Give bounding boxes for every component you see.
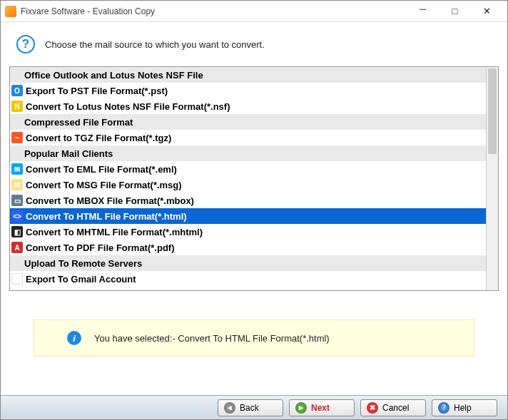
tgz-icon: ~: [11, 132, 23, 143]
nsf-icon: N: [11, 101, 23, 112]
list-item[interactable]: ▭Convert To MBOX File Format(*.mbox): [10, 193, 486, 208]
list-group-header: Office Outlook and Lotus Notes NSF File: [10, 67, 486, 83]
list-item[interactable]: MExport To Gmail Account: [10, 271, 486, 287]
list-item-label: Convert To MBOX File Format(*.mbox): [26, 195, 194, 206]
next-label: Next: [311, 403, 330, 413]
list-group-header: Popular Mail Clients: [10, 145, 486, 161]
next-button[interactable]: ► Next: [289, 399, 355, 416]
maximize-button[interactable]: [439, 1, 471, 21]
footer: ◄ Back ► Next ✖ Cancel ? Help: [1, 395, 507, 419]
list-item-label: Export To PST File Format(*.pst): [26, 86, 168, 96]
list-item-label: Convert To Lotus Notes NSF File Format(*…: [26, 101, 230, 112]
scrollbar[interactable]: [486, 67, 498, 290]
list-item-label: Convert to TGZ File Format(*.tgz): [26, 133, 171, 143]
list-group-header-label: Office Outlook and Lotus Notes NSF File: [24, 70, 203, 81]
help-button[interactable]: ? Help: [432, 399, 497, 416]
cancel-label: Cancel: [382, 403, 409, 413]
help-icon: ?: [16, 35, 35, 53]
list-group-header: Upload To Remote Servers: [10, 255, 486, 271]
close-button[interactable]: [471, 1, 503, 21]
back-label: Back: [240, 403, 259, 413]
info-icon: i: [67, 331, 81, 345]
instruction-text: Choose the mail source to which you want…: [45, 39, 265, 50]
list-item-label: Convert To PDF File Format(*.pdf): [26, 242, 174, 253]
window-title: Fixvare Software - Evaluation Copy: [21, 6, 155, 16]
list-item[interactable]: AConvert To PDF File Format(*.pdf): [10, 240, 486, 255]
next-icon: ►: [295, 402, 307, 414]
scrollbar-thumb[interactable]: [488, 68, 497, 154]
list-group-header-label: Popular Mail Clients: [24, 148, 113, 159]
list-item[interactable]: NConvert To Lotus Notes NSF File Format(…: [10, 98, 486, 114]
app-icon: [5, 6, 16, 17]
list-group-header: Compressed File Format: [10, 114, 486, 130]
list-item[interactable]: ~Convert to TGZ File Format(*.tgz): [10, 130, 486, 145]
instruction-row: ? Choose the mail source to which you wa…: [1, 22, 507, 66]
eml-icon: ✉: [11, 163, 23, 175]
format-list-container: Office Outlook and Lotus Notes NSF FileO…: [9, 66, 499, 291]
pdf-icon: A: [11, 242, 23, 253]
list-item-label: Export To Gmail Account: [26, 274, 136, 285]
minimize-button[interactable]: [407, 1, 439, 21]
status-text: You have selected:- Convert To HTML File…: [94, 333, 330, 344]
cancel-icon: ✖: [367, 402, 378, 414]
titlebar: Fixvare Software - Evaluation Copy: [1, 1, 507, 22]
status-prefix: You have selected:-: [94, 333, 178, 344]
back-icon: ◄: [224, 402, 235, 414]
gmail-icon: M: [11, 273, 23, 285]
list-item-label: Convert To EML File Format(*.eml): [26, 164, 177, 175]
msg-icon: ✉: [11, 179, 23, 190]
list-item-label: Convert To MSG File Format(*.msg): [26, 180, 182, 190]
window-controls: [407, 1, 503, 21]
cancel-button[interactable]: ✖ Cancel: [360, 399, 426, 416]
list-item[interactable]: ✉Convert To EML File Format(*.eml): [10, 161, 486, 177]
help-footer-icon: ?: [438, 402, 449, 414]
html-icon: <>: [11, 210, 23, 222]
pst-icon: O: [11, 85, 23, 96]
back-button[interactable]: ◄ Back: [218, 399, 283, 416]
status-box: i You have selected:- Convert To HTML Fi…: [34, 319, 474, 357]
status-value: Convert To HTML File Format(*.html): [178, 333, 329, 344]
list-item[interactable]: ◧Convert To MHTML File Format(*.mhtml): [10, 224, 486, 240]
mbox-icon: ▭: [11, 195, 23, 206]
list-item-label: Convert To MHTML File Format(*.mhtml): [26, 227, 203, 237]
list-item[interactable]: <>Convert To HTML File Format(*.html): [10, 208, 486, 224]
help-label: Help: [454, 403, 472, 413]
list-group-header-label: Compressed File Format: [24, 117, 133, 128]
list-group-header-label: Upload To Remote Servers: [24, 258, 142, 269]
format-list[interactable]: Office Outlook and Lotus Notes NSF FileO…: [10, 67, 486, 287]
list-item[interactable]: ✉Convert To MSG File Format(*.msg): [10, 177, 486, 193]
mhtml-icon: ◧: [11, 226, 23, 237]
list-item[interactable]: OExport To PST File Format(*.pst): [10, 83, 486, 98]
list-item-label: Convert To HTML File Format(*.html): [26, 211, 187, 222]
